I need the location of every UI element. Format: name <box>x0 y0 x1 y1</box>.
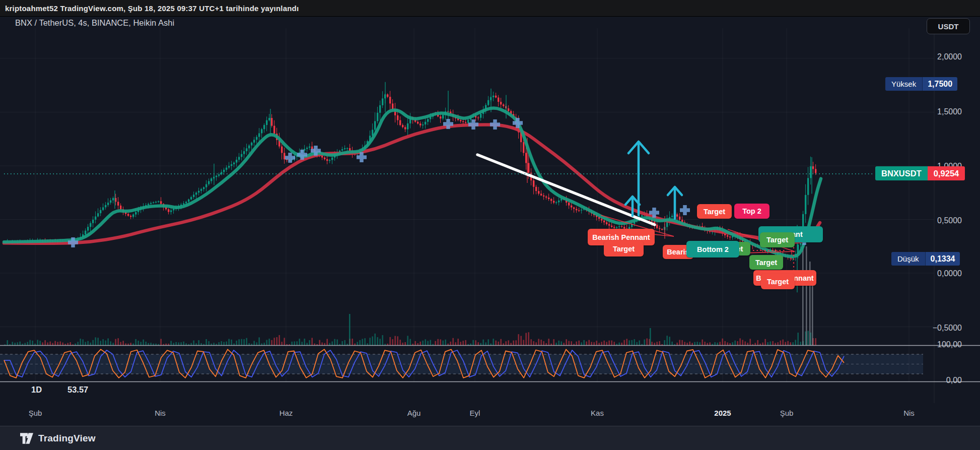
tradingview-logo-icon <box>20 433 38 444</box>
time-tick: Nis <box>903 409 915 417</box>
published-bar: kriptoahmet52 TradingView.com, Şub 18, 2… <box>0 0 980 17</box>
tradingview-snapshot-page: kriptoahmet52 TradingView.com, Şub 18, 2… <box>0 0 980 450</box>
pattern-label: Target <box>761 274 795 289</box>
high-badge-label: Yüksek <box>885 77 922 91</box>
price-tick: 1,5000 <box>937 107 962 116</box>
time-tick: Kas <box>591 409 604 417</box>
time-tick: Nis <box>155 409 166 417</box>
published-text: kriptoahmet52 TradingView.com, Şub 18, 2… <box>0 4 299 13</box>
time-tick: 2025 <box>714 409 731 417</box>
time-tick: Ağu <box>407 409 421 417</box>
pattern-label: Target <box>697 204 732 219</box>
price-tick: 0,00 <box>946 376 962 385</box>
indicator-value: 53.57 <box>67 385 88 395</box>
currency-toggle-button[interactable]: USDT <box>927 18 970 34</box>
pattern-label: Target <box>604 241 644 256</box>
tradingview-brand-text: TradingView <box>38 433 96 444</box>
symbol-title: BNX / TetherUS, 4s, BINANCE, Heikin Ashi <box>15 17 174 28</box>
symbol-badge-label: BNXUSDT <box>875 166 928 180</box>
pattern-label: Target <box>760 232 795 247</box>
price-tick: 2,0000 <box>937 52 962 61</box>
high-badge: Yüksek1,7500 <box>885 77 957 91</box>
pattern-label: Target <box>749 255 783 270</box>
price-tick: 0,0000 <box>937 269 962 278</box>
time-tick: Şub <box>780 409 794 417</box>
tradingview-logo[interactable]: TradingView <box>20 433 96 444</box>
price-tick: −0,5000 <box>933 324 962 333</box>
low-badge-label: Düşük <box>891 252 925 266</box>
price-tick: 100,00 <box>937 340 962 349</box>
indicator-interval: 1D <box>31 385 42 395</box>
pattern-label: Top 2 <box>734 204 769 219</box>
chart-canvas[interactable] <box>0 0 980 450</box>
pattern-label: Bottom 2 <box>686 241 739 258</box>
low-badge: Düşük0,1334 <box>891 252 960 266</box>
price-tick: 0,5000 <box>937 216 962 225</box>
time-tick: Haz <box>279 409 293 417</box>
last-price-badge: BNXUSDT0,9254 <box>875 166 965 180</box>
time-tick: Şub <box>29 409 42 417</box>
footer-bar: TradingView <box>0 426 980 450</box>
time-tick: Eyl <box>470 409 480 417</box>
